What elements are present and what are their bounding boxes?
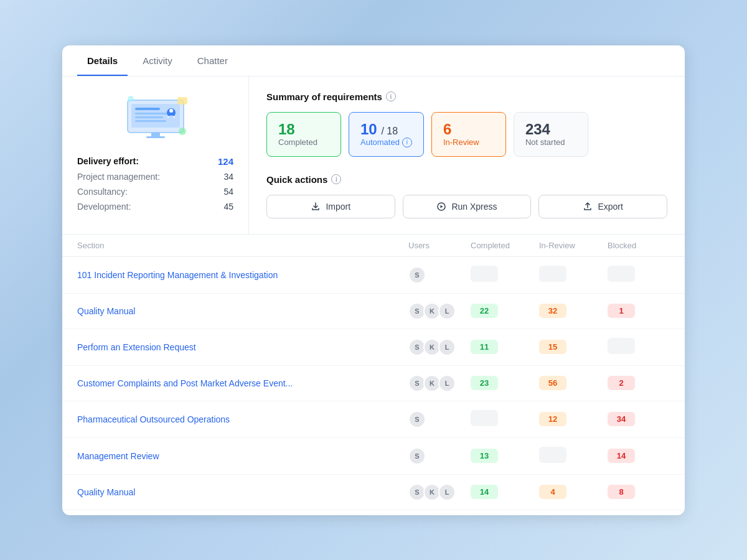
inreview-number: 6 [443,121,494,138]
svg-rect-9 [146,136,165,138]
svg-point-12 [179,128,186,135]
summary-cards: 18 Completed 10 / 18 Automated i 6 In-Re… [266,112,667,157]
export-button[interactable]: Export [538,195,667,218]
delivery-pm-value: 34 [223,172,233,182]
section-link[interactable]: 101 Incident Reporting Management & Inve… [77,270,408,280]
automated-number: 10 / 18 [360,121,412,138]
illustration-icon [121,94,190,144]
users-cell: S K L [408,483,471,501]
automated-info-icon[interactable]: i [402,138,412,147]
svg-rect-11 [177,97,187,105]
blocked-badge [608,266,635,282]
delivery-pm-label: Project management: [77,172,160,182]
avatar: S [408,447,426,465]
delivery-info: Delivery effort: 124 Project management:… [77,156,233,217]
delivery-dev-value: 45 [223,202,233,212]
delivery-pm-row: Project management: 34 [77,172,233,182]
table-row: Management Review S 13 14 [62,438,685,475]
inreview-badge [539,447,566,463]
avatar: S [408,411,426,428]
svg-point-7 [169,109,173,113]
users-cell: S K L [408,302,471,320]
summary-info-icon[interactable]: i [386,91,396,101]
tab-activity[interactable]: Activity [133,45,182,76]
svg-rect-2 [135,108,160,110]
main-card: Details Activity Chatter [62,45,685,515]
automated-label: Automated i [360,138,412,147]
import-button[interactable]: Import [266,195,395,218]
users-cell: S [408,447,471,465]
inreview-badge: 15 [539,340,566,354]
inreview-badge: 12 [539,412,566,426]
import-icon [311,202,321,212]
svg-point-10 [128,96,134,102]
right-panel: Summary of requirements i 18 Completed 1… [249,77,685,234]
summary-card-inreview: 6 In-Review [431,112,506,157]
blocked-badge: 14 [608,449,635,463]
svg-rect-3 [135,113,169,114]
summary-card-completed: 18 Completed [266,112,341,157]
table-header: Section Users Completed In-Review Blocke… [62,235,685,257]
section-link[interactable]: Quality Manual [77,487,408,497]
completed-badge: 14 [471,485,498,499]
left-panel: Delivery effort: 124 Project management:… [62,77,249,234]
svg-rect-4 [135,116,163,118]
users-cell: S K L [408,338,471,356]
table-row: Perform an Extension Request S K L 11 15 [62,329,685,366]
table-section: Section Users Completed In-Review Blocke… [62,235,685,515]
quick-actions-info-icon[interactable]: i [331,174,341,184]
col-completed: Completed [471,241,539,250]
tab-bar: Details Activity Chatter [62,45,685,77]
completed-badge: 23 [471,376,498,390]
col-inreview: In-Review [539,241,608,250]
inreview-badge: 56 [539,376,566,390]
section-link[interactable]: Management Review [77,451,408,461]
svg-rect-5 [135,120,166,122]
completed-label: Completed [278,138,329,147]
main-content-area: Delivery effort: 124 Project management:… [62,77,685,235]
avatar: L [438,338,456,356]
completed-badge: 13 [471,449,498,463]
tab-details[interactable]: Details [77,45,128,76]
section-link[interactable]: Perform an Extension Request [77,342,408,352]
completed-badge [471,410,498,426]
notstarted-number: 234 [525,121,576,138]
inreview-label: In-Review [443,138,494,147]
run-xpress-button[interactable]: Run Xpress [403,195,532,218]
section-link[interactable]: Quality Manual [77,306,408,316]
users-cell: S K L [408,375,471,392]
delivery-total-row: Delivery effort: 124 [77,156,233,167]
delivery-dev-row: Development: 45 [77,202,233,212]
export-icon [583,202,593,212]
inreview-badge: 32 [539,304,566,318]
inreview-badge [539,266,566,282]
col-section: Section [77,241,408,250]
tab-chatter[interactable]: Chatter [187,45,238,76]
blocked-badge: 2 [608,376,635,390]
delivery-consultancy-value: 54 [223,187,233,197]
col-blocked: Blocked [608,241,670,250]
blocked-badge: 1 [608,304,635,318]
summary-title: Summary of requirements i [266,91,667,102]
avatar: L [438,302,456,320]
section-link[interactable]: Pharmaceutical Outsourced Operations [77,414,408,424]
svg-rect-8 [151,133,160,136]
notstarted-label: Not started [525,138,576,147]
blocked-badge: 8 [608,485,635,499]
delivery-total-label: Delivery effort: [77,156,139,166]
avatar: L [438,375,456,392]
delivery-total-value: 124 [218,156,233,167]
summary-card-automated: 10 / 18 Automated i [349,112,424,157]
avatar: L [438,483,456,501]
section-link[interactable]: Customer Complaints and Post Market Adve… [77,378,408,388]
table-row: Pharmaceutical Outsourced Operations S 1… [62,401,685,438]
completed-badge: 11 [471,340,498,354]
table-row: Quality Manual S K L 14 4 8 [62,475,685,510]
quick-actions-row: Import Run Xpress Export [266,195,667,218]
inreview-badge: 4 [539,485,566,499]
delivery-consultancy-label: Consultancy: [77,187,128,197]
table-row: 101 Incident Reporting Management & Inve… [62,257,685,294]
users-cell: S [408,266,471,284]
blocked-badge [608,338,635,354]
col-users: Users [408,241,471,250]
